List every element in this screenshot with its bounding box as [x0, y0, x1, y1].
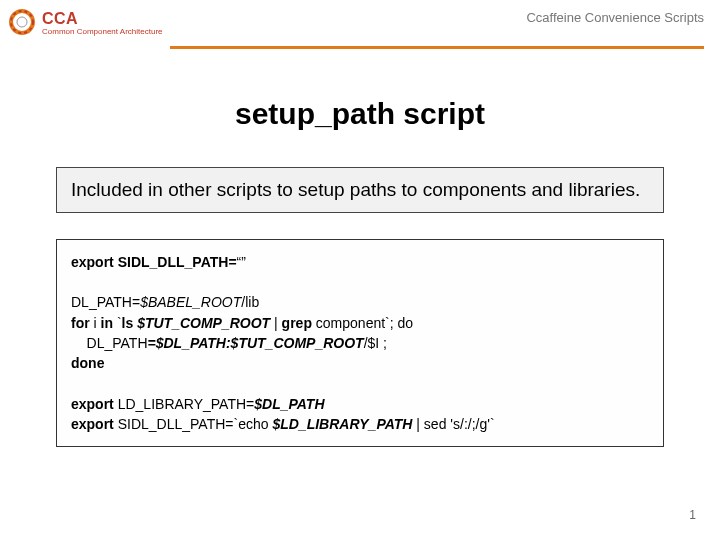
code-box: export SIDL_DLL_PATH=“” DL_PATH=$BABEL_R…: [56, 239, 664, 448]
logo-abbrev: CCA: [42, 11, 163, 28]
description-text: Included in other scripts to setup paths…: [71, 179, 640, 200]
logo-subtitle: Common Component Architecture: [42, 28, 163, 36]
logo-icon: [8, 8, 36, 40]
slide: CCA Common Component Architecture Ccaffe…: [0, 0, 720, 540]
svg-point-2: [17, 17, 27, 27]
code-line: [71, 374, 649, 394]
header-right-text: Ccaffeine Convenience Scripts: [526, 8, 704, 25]
code-line: [71, 272, 649, 292]
code-line: export LD_LIBRARY_PATH=$DL_PATH: [71, 394, 649, 414]
header-rule: [170, 46, 704, 49]
code-line: done: [71, 353, 649, 373]
code-line: DL_PATH=$DL_PATH:$TUT_COMP_ROOT/$I ;: [71, 333, 649, 353]
slide-title: setup_path script: [0, 97, 720, 131]
logo-text: CCA Common Component Architecture: [42, 11, 163, 36]
page-number: 1: [689, 508, 696, 522]
code-line: DL_PATH=$BABEL_ROOT/lib: [71, 292, 649, 312]
code-line: export SIDL_DLL_PATH=`echo $LD_LIBRARY_P…: [71, 414, 649, 434]
code-line: export SIDL_DLL_PATH=“”: [71, 252, 649, 272]
code-line: for i in `ls $TUT_COMP_ROOT | grep compo…: [71, 313, 649, 333]
header: CCA Common Component Architecture Ccaffe…: [0, 0, 720, 40]
description-box: Included in other scripts to setup paths…: [56, 167, 664, 213]
logo-block: CCA Common Component Architecture: [8, 8, 163, 40]
